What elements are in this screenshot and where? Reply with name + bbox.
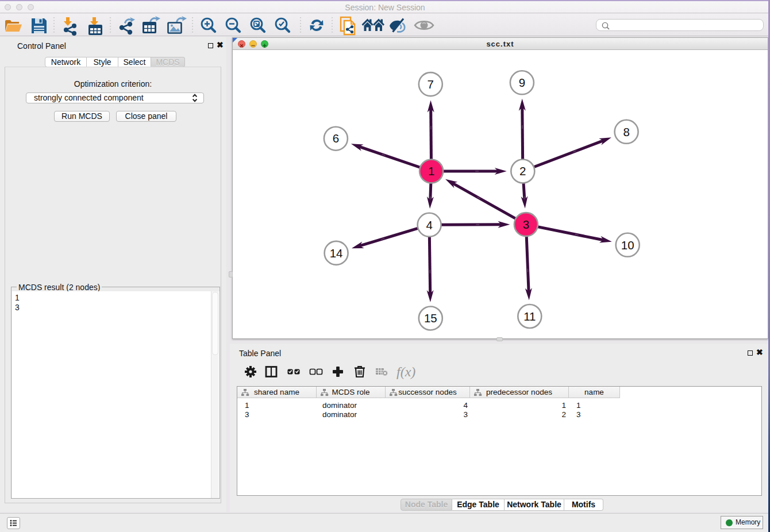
svg-text:15: 15 [424, 311, 437, 325]
svg-text:9: 9 [519, 76, 525, 89]
svg-text:f(x): f(x) [396, 364, 415, 379]
svg-text:7: 7 [428, 78, 434, 91]
svg-text:6: 6 [333, 132, 339, 145]
svg-text:4: 4 [426, 218, 432, 232]
svg-text:1: 1 [428, 164, 434, 178]
svg-text:2: 2 [519, 164, 526, 178]
svg-text:3: 3 [523, 218, 529, 231]
svg-text:11: 11 [523, 310, 536, 323]
svg-text:10: 10 [621, 238, 634, 252]
svg-text:14: 14 [330, 246, 343, 260]
svg-text:8: 8 [623, 125, 629, 138]
